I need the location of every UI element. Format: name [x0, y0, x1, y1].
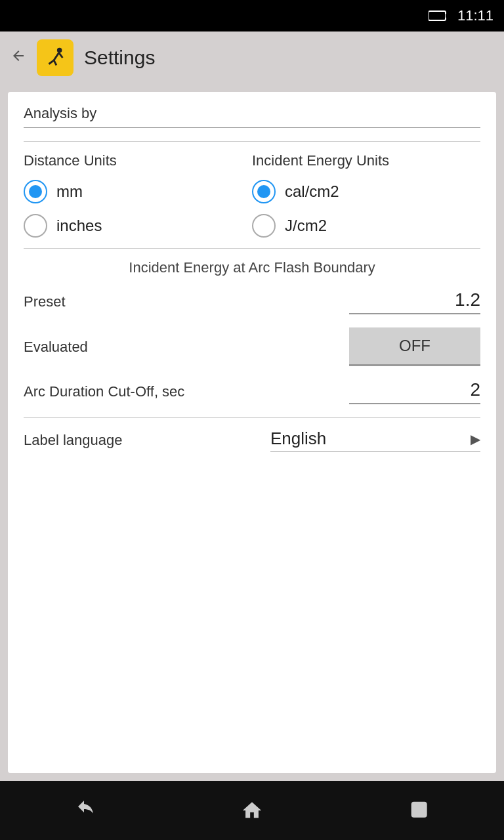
- language-value: English: [270, 429, 326, 449]
- incident-jcm2-radio[interactable]: [252, 214, 276, 238]
- main-content: Analysis by Distance Units mm: [0, 84, 504, 781]
- incident-calcm2-radio[interactable]: [252, 180, 276, 203]
- analysis-by-label: Analysis by: [24, 105, 480, 122]
- arc-duration-row: Arc Duration Cut-Off, sec 2: [24, 379, 480, 404]
- incident-energy-units-title: Incident Energy Units: [252, 152, 480, 169]
- incident-jcm2-option[interactable]: J/cm2: [252, 214, 480, 238]
- settings-card: Analysis by Distance Units mm: [8, 92, 496, 773]
- incident-energy-units-col: Incident Energy Units cal/cm2 J/cm2: [252, 152, 480, 238]
- incident-jcm2-label: J/cm2: [285, 217, 327, 235]
- svg-rect-2: [418, 12, 421, 22]
- distance-units-col: Distance Units mm inches: [24, 152, 252, 238]
- preset-row: Preset 1.2: [24, 289, 480, 314]
- distance-mm-option[interactable]: mm: [24, 180, 252, 203]
- svg-rect-1: [414, 14, 417, 22]
- svg-line-11: [59, 52, 63, 58]
- nav-back-button[interactable]: [58, 791, 110, 830]
- label-language-row: Label language English ▶: [24, 429, 480, 452]
- divider-3: [24, 417, 480, 418]
- arc-duration-label: Arc Duration Cut-Off, sec: [24, 383, 184, 400]
- svg-rect-6: [430, 12, 444, 19]
- distance-inches-label: inches: [56, 217, 102, 235]
- nav-home-button[interactable]: [226, 791, 278, 830]
- status-bar: 11:11: [0, 0, 504, 32]
- signal-icon: [410, 9, 425, 22]
- distance-mm-radio-inner: [29, 185, 42, 198]
- preset-value[interactable]: 1.2: [349, 289, 480, 314]
- distance-inches-radio[interactable]: [24, 214, 47, 238]
- units-row: Distance Units mm inches Incid: [24, 152, 480, 238]
- svg-line-10: [54, 60, 56, 66]
- evaluated-label: Evaluated: [24, 339, 88, 356]
- nav-recent-button[interactable]: [394, 791, 446, 830]
- distance-mm-radio[interactable]: [24, 180, 47, 203]
- svg-rect-12: [412, 803, 426, 816]
- status-icons: [389, 9, 448, 22]
- incident-calcm2-radio-inner: [257, 185, 270, 198]
- incident-calcm2-label: cal/cm2: [285, 182, 339, 201]
- app-icon: [37, 39, 74, 76]
- language-select[interactable]: English ▶: [270, 429, 480, 452]
- analysis-by-field[interactable]: [24, 125, 480, 128]
- incident-calcm2-option[interactable]: cal/cm2: [252, 180, 480, 203]
- arc-duration-value[interactable]: 2: [349, 379, 480, 404]
- preset-label: Preset: [24, 293, 66, 310]
- nav-bar: [0, 781, 504, 840]
- app-title: Settings: [84, 47, 155, 69]
- evaluated-toggle[interactable]: OFF: [349, 327, 480, 366]
- analysis-by-section: Analysis by: [24, 105, 480, 128]
- battery-icon: [429, 10, 448, 22]
- svg-point-7: [57, 48, 62, 53]
- app-bar: Settings: [0, 32, 504, 84]
- back-button[interactable]: [10, 48, 26, 68]
- incident-energy-radio-group: cal/cm2 J/cm2: [252, 180, 480, 238]
- divider-2: [24, 248, 480, 249]
- svg-line-8: [54, 52, 59, 60]
- arc-flash-boundary-title: Incident Energy at Arc Flash Boundary: [24, 259, 480, 276]
- svg-rect-3: [422, 10, 425, 22]
- svg-rect-5: [446, 14, 448, 18]
- label-language-label: Label language: [24, 432, 122, 449]
- divider-1: [24, 141, 480, 142]
- wifi-icon: [389, 9, 406, 22]
- distance-units-title: Distance Units: [24, 152, 252, 169]
- dropdown-arrow-icon: ▶: [471, 431, 480, 447]
- distance-mm-label: mm: [56, 182, 83, 201]
- distance-units-radio-group: mm inches: [24, 180, 252, 238]
- distance-inches-option[interactable]: inches: [24, 214, 252, 238]
- status-time: 11:11: [457, 7, 494, 24]
- evaluated-row: Evaluated OFF: [24, 327, 480, 366]
- svg-rect-0: [410, 16, 413, 22]
